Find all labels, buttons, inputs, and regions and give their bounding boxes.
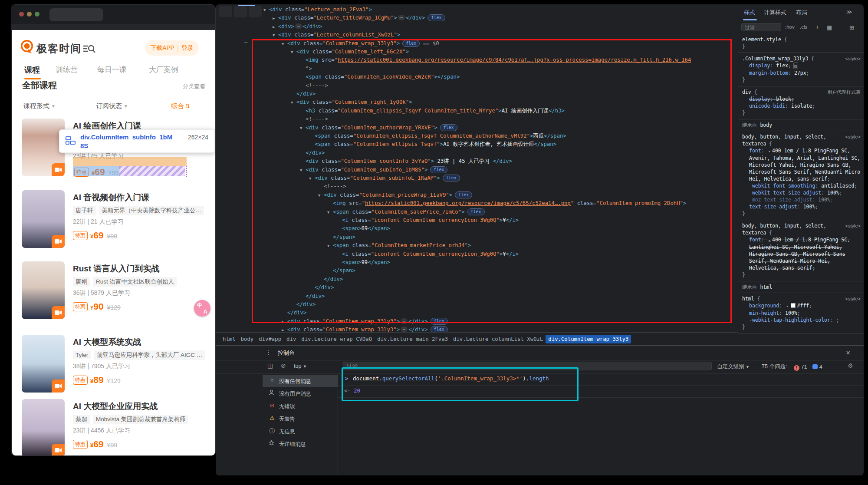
login-button[interactable]: 登录 xyxy=(181,44,194,52)
view-by-category-link[interactable]: 分类查看 xyxy=(183,82,205,90)
browser-address-bar[interactable] xyxy=(11,24,215,30)
window-close-icon[interactable] xyxy=(19,12,24,16)
console-tab[interactable]: 控制台 xyxy=(278,349,295,357)
styles-filter-input[interactable]: 过滤 xyxy=(741,23,781,31)
context-selector[interactable]: top ▼ xyxy=(294,363,307,369)
expand-arrow-icon[interactable]: ▼ xyxy=(263,6,269,14)
css-property[interactable]: font: ▸400 1em / 1.8 PingFang SC, Lantin… xyxy=(742,236,861,271)
tab-computed[interactable]: 计算样式 xyxy=(764,9,786,16)
flex-editor-icon[interactable]: ▥ xyxy=(793,63,798,69)
css-rule[interactable]: element.style {} xyxy=(738,34,864,53)
css-rule[interactable]: <style>.ColumnItem_wrap_33ly3 {display: … xyxy=(738,53,864,86)
filter-course-form[interactable]: 课程形式▼ xyxy=(23,102,56,110)
hov-toggle[interactable]: :hov xyxy=(785,24,795,30)
nav-item-3[interactable]: 每日一课 xyxy=(97,65,127,75)
css-property[interactable]: -webkit-font-smoothing: antialiased; xyxy=(742,182,861,189)
cls-toggle[interactable]: .cls xyxy=(800,24,807,30)
flex-badge[interactable]: flex xyxy=(431,326,448,332)
color-swatch[interactable] xyxy=(791,303,796,308)
tab-layout[interactable]: 布局 xyxy=(796,9,807,16)
more-options-icon[interactable]: ⋮ xyxy=(266,349,271,356)
css-rule[interactable]: 用户代理样式表div {display: block;unicode-bidi:… xyxy=(738,86,864,119)
breadcrumb-item[interactable]: div xyxy=(284,335,299,343)
css-rule[interactable]: <style>html {background: ▸#fff;min-heigh… xyxy=(738,293,864,333)
inherited-from[interactable]: html xyxy=(760,284,772,290)
css-property[interactable]: background: ▸#fff; xyxy=(742,302,861,310)
expand-arrow-icon[interactable]: ▸ xyxy=(786,304,789,308)
rule-origin-link[interactable]: 用户代理样式表 xyxy=(827,89,861,96)
console-sidebar-icon[interactable]: ◫ xyxy=(267,362,273,369)
console-sidebar-item[interactable]: ⚠无警告 xyxy=(263,412,338,425)
rule-origin-link[interactable]: <style> xyxy=(845,222,861,229)
breadcrumb-item[interactable]: div.ColumnItem_wrap_33ly3 xyxy=(546,335,631,343)
console-sidebar-item[interactable]: ⊘无错误 xyxy=(263,400,338,412)
clear-console-icon[interactable]: ⊘ xyxy=(281,362,286,369)
close-icon[interactable]: × xyxy=(846,348,850,357)
expand-arrow-icon[interactable]: ▼ xyxy=(273,31,278,40)
rule-origin-link[interactable]: <style> xyxy=(845,55,861,62)
error-count-badge[interactable]: !71 xyxy=(794,363,807,371)
more-tabs-icon[interactable]: ≫ xyxy=(846,9,852,15)
elements-tree-line[interactable]: ▶<div class="Lecture_titleWrap_1CgMu">⋯<… xyxy=(273,14,445,22)
collapse-arrow-icon[interactable]: ▶ xyxy=(273,14,278,23)
breadcrumb-item[interactable]: div.Lecture_columnList_XwOzL xyxy=(450,335,546,343)
code-segment[interactable]: ⋯ xyxy=(398,15,405,20)
breadcrumb-item[interactable]: html xyxy=(220,335,238,343)
css-rule[interactable]: <style>body, button, input, select, text… xyxy=(738,131,864,220)
css-property[interactable]: -webkit-text-size-adjust: 100%; xyxy=(742,189,861,196)
elements-tree-line[interactable]: ▼<div class="Lecture_columnList_XwOzL"> xyxy=(273,31,400,39)
geekbang-logo-icon[interactable] xyxy=(20,40,34,54)
css-property[interactable]: text-size-adjust: 100%; xyxy=(742,203,861,210)
css-property[interactable]: -webkit-tap-highlight-color: ; xyxy=(742,317,861,323)
expand-arrow-icon[interactable]: ▸ xyxy=(769,238,771,242)
rule-origin-link[interactable]: <style> xyxy=(845,295,861,302)
css-property[interactable]: display: flex;▥ xyxy=(742,62,861,69)
download-app-button[interactable]: 下载APP xyxy=(150,44,174,52)
log-levels-dropdown[interactable]: 自定义级别 ▼ xyxy=(717,363,750,370)
issues-count-label[interactable]: 75 个问题: xyxy=(762,363,787,370)
flex-badge[interactable]: flex xyxy=(427,14,445,21)
elements-tree-line[interactable]: ▶<div class="ColumnItem_wrap_33ly3">⋯</d… xyxy=(282,326,448,332)
gear-icon[interactable]: ⚙ xyxy=(848,362,853,369)
course-card[interactable]: AI 绘画创作入门课23讲 | 45 人已学习特惠¥69¥9923讲 | 45 … xyxy=(12,119,215,188)
window-zoom-icon[interactable] xyxy=(35,12,39,16)
message-count-badge[interactable]: 4 xyxy=(812,363,822,370)
breadcrumb-item[interactable]: div.Lecture_main_2Fva3 xyxy=(375,335,450,343)
css-property[interactable]: min-height: 100%; xyxy=(742,310,861,317)
css-property[interactable]: font: ▸400 1em / 1.8 PingFang SC, Avenir… xyxy=(742,147,861,182)
computed-sidebar-icon[interactable]: ⊞ xyxy=(849,24,854,31)
collapse-arrow-icon[interactable]: ▶ xyxy=(273,23,278,31)
rule-origin-link[interactable]: <style> xyxy=(845,133,861,140)
nav-item-4[interactable]: 大厂案例 xyxy=(149,65,178,75)
breadcrumb-item[interactable]: div.Lecture_wrap_CVDaQ xyxy=(299,335,375,343)
search-icon[interactable] xyxy=(83,44,96,53)
code-segment[interactable]: ⋯ xyxy=(295,23,302,29)
translate-button[interactable]: 中 A xyxy=(194,300,210,317)
course-card[interactable]: AI 大模型系统实战Tyler前亚马逊应用科学家，头部大厂 AIGC …38讲 … xyxy=(12,335,215,404)
filter-subscribe-status[interactable]: 订阅状态▼ xyxy=(96,102,128,110)
css-rule[interactable]: <style>body, button, input, select, text… xyxy=(738,220,864,281)
console-sidebar-item[interactable]: 没有用户消息 xyxy=(263,387,338,399)
inherited-from[interactable]: body xyxy=(760,122,772,128)
collapse-arrow-icon[interactable]: ▶ xyxy=(282,326,287,332)
course-card[interactable]: Rust 语言从入门到实战唐刚Rust 语言中文社区联合创始人36讲 | 587… xyxy=(12,261,215,331)
code-segment[interactable]: ⋯ xyxy=(401,327,408,332)
nav-item-2[interactable]: 训练营 xyxy=(56,65,78,75)
css-property[interactable]: -moz-text-size-adjust: 100%; xyxy=(742,196,861,203)
nav-item-1[interactable]: 课程 xyxy=(24,65,40,75)
line-options-icon[interactable]: ⋯ xyxy=(244,40,247,46)
css-property[interactable]: unicode-bidi: isolate; xyxy=(742,102,861,109)
tab-styles[interactable]: 样式 xyxy=(744,9,755,16)
expand-arrow-icon[interactable]: ▸ xyxy=(769,149,771,153)
breadcrumb-item[interactable]: body xyxy=(238,335,256,343)
course-card[interactable]: AI 音视频创作入门课唐子轩美顺元界（中央美院数字科技产业公…22讲 | 21 … xyxy=(12,190,215,260)
css-property[interactable]: display: block; xyxy=(742,96,861,102)
console-sidebar-item[interactable]: ≡没有任何消息 xyxy=(263,375,338,387)
elements-tree-line[interactable]: ▼<div class="Lecture_main_2Fva3"> xyxy=(263,6,372,14)
filter-sort[interactable]: 综合⇅ xyxy=(171,102,190,110)
console-sidebar-item[interactable]: ⓘ无信息 xyxy=(263,425,338,437)
breadcrumb-item[interactable]: div#app xyxy=(256,335,284,343)
grid-editor-icon[interactable]: ▦ xyxy=(827,24,832,31)
browser-tab[interactable] xyxy=(49,8,103,21)
elements-tree-line[interactable]: ▶<div>⋯</div> xyxy=(273,23,322,31)
